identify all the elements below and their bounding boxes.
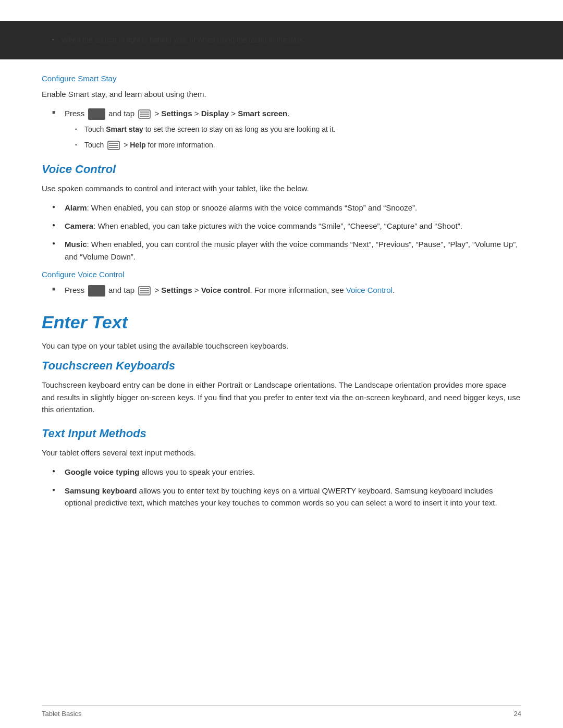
music-bold: Music — [65, 240, 87, 249]
touchscreen-keyboards-heading: Touchscreen Keyboards — [42, 359, 521, 373]
menu-icon-3 — [138, 286, 151, 295]
press-label-1: Press — [65, 109, 84, 118]
google-voice-text: allows you to speak your entries. — [139, 467, 255, 476]
camera-bold: Camera — [65, 221, 93, 230]
press-and-tap-1: and tap — [108, 109, 137, 118]
voice-press-item: Press and tap > Settings > Voice control… — [52, 284, 521, 297]
press-label-2: Press — [65, 286, 84, 294]
smart-stay-list-item-1: Press and tap > Settings > Display > Sma… — [52, 107, 521, 151]
settings-display-smart: > Settings > Display > Smart screen. — [154, 109, 289, 118]
page-footer: Tablet Basics 24 — [42, 705, 521, 718]
voice-control-square-list: Press and tap > Settings > Voice control… — [42, 284, 521, 297]
text-input-methods-section: Text Input Methods Your tablet offers se… — [42, 427, 521, 509]
configure-smart-stay-intro: Enable Smart stay, and learn about using… — [42, 88, 521, 100]
alarm-text: : When enabled, you can stop or snooze a… — [87, 203, 418, 212]
voice-control-heading: Voice Control — [42, 163, 521, 176]
camera-item: Camera: When enabled, you can take pictu… — [52, 220, 521, 232]
menu-icon-2 — [107, 141, 120, 150]
alarm-bold: Alarm — [65, 203, 87, 212]
top-bullet-text: When the source of light is behind you, … — [62, 35, 305, 44]
voice-control-link[interactable]: Voice Control — [346, 286, 393, 294]
voice-control-section: Voice Control Use spoken commands to con… — [42, 163, 521, 297]
touchscreen-keyboards-section: Touchscreen Keyboards Touchscreen keyboa… — [42, 359, 521, 415]
music-text: : When enabled, you can control the musi… — [65, 240, 518, 261]
touch-smart-stay-prefix: Touch — [84, 125, 106, 133]
voice-settings-suffix: > Settings > Voice control. For more inf… — [154, 286, 346, 294]
configure-voice-control-heading: Configure Voice Control — [42, 270, 521, 279]
sub-item-help: Touch > Help for more information. — [75, 140, 521, 151]
smart-stay-bold: Smart stay — [106, 125, 143, 133]
text-input-methods-list: Google voice typing allows you to speak … — [42, 466, 521, 509]
alarm-item: Alarm: When enabled, you can stop or sno… — [52, 202, 521, 214]
text-input-methods-intro: Your tablet offers several text input me… — [42, 447, 521, 459]
top-dark-section: When the source of light is behind you, … — [0, 21, 563, 59]
configure-smart-stay-heading: Configure Smart Stay — [42, 74, 521, 83]
voice-control-list: Alarm: When enabled, you can stop or sno… — [42, 202, 521, 263]
press-and-tap-2: and tap — [108, 286, 137, 294]
smart-stay-sub-list: Touch Smart stay to set the screen to st… — [65, 124, 521, 151]
voice-period: . — [393, 286, 395, 294]
voice-control-intro: Use spoken commands to control and inter… — [42, 182, 521, 194]
top-bullet-item: When the source of light is behind you, … — [52, 34, 521, 46]
configure-smart-stay-section: Configure Smart Stay Enable Smart stay, … — [42, 74, 521, 151]
google-voice-item: Google voice typing allows you to speak … — [52, 466, 521, 478]
touch-help-prefix: Touch — [84, 141, 106, 149]
menu-icon-1 — [138, 109, 151, 119]
enter-text-section: Enter Text You can type on your tablet u… — [42, 312, 521, 509]
samsung-keyboard-bold: Samsung keyboard — [65, 486, 137, 495]
home-button-1 — [88, 108, 105, 120]
music-item: Music: When enabled, you can control the… — [52, 238, 521, 263]
touchscreen-keyboards-text: Touchscreen keyboard entry can be done i… — [42, 379, 521, 415]
enter-text-intro: You can type on your tablet using the av… — [42, 340, 521, 352]
samsung-keyboard-item: Samsung keyboard allows you to enter tex… — [52, 485, 521, 509]
google-voice-bold: Google voice typing — [65, 467, 139, 476]
text-input-methods-heading: Text Input Methods — [42, 427, 521, 440]
home-button-2 — [88, 285, 105, 297]
sub-item-smart-stay: Touch Smart stay to set the screen to st… — [75, 124, 521, 135]
enter-text-heading: Enter Text — [42, 312, 521, 332]
footer-right: 24 — [514, 710, 521, 718]
smart-stay-square-list: Press and tap > Settings > Display > Sma… — [42, 107, 521, 151]
help-suffix: > Help for more information. — [124, 141, 215, 149]
footer-left: Tablet Basics — [42, 710, 82, 718]
touch-smart-stay-suffix: to set the screen to stay on as long as … — [143, 125, 336, 133]
camera-text: : When enabled, you can take pictures wi… — [93, 221, 462, 230]
